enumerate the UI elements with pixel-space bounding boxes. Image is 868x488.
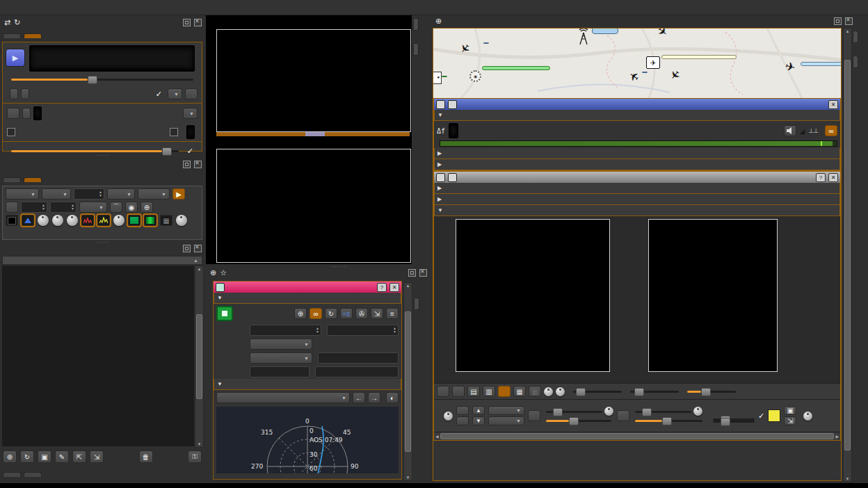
- preset-delete-icon[interactable]: 🗑: [139, 450, 153, 463]
- decimation-dropdown[interactable]: ▼: [183, 108, 198, 119]
- feature-add-icon[interactable]: ⊕: [210, 268, 216, 277]
- decay-knob[interactable]: [38, 215, 49, 226]
- scope-hsplit-icon[interactable]: ▤: [467, 386, 480, 397]
- time-dropdown[interactable]: ▼: [250, 339, 312, 350]
- spectrum-restore-icon[interactable]: [183, 161, 191, 168]
- fft-size-dropdown[interactable]: ▼: [42, 188, 71, 200]
- spectrum-vtab-r0[interactable]: [413, 18, 419, 31]
- feature-presets-icon[interactable]: ☆: [220, 268, 227, 277]
- fm-close-icon[interactable]: ✕: [828, 100, 838, 109]
- stroke-knob[interactable]: [52, 215, 63, 226]
- fm-s-badge[interactable]: [448, 100, 457, 109]
- satellite-tracker-titlebar[interactable]: ? ✕: [214, 282, 401, 293]
- trace-color-swatch[interactable]: [768, 409, 780, 422]
- analyzer-settings-section[interactable]: ▶: [434, 183, 840, 194]
- sample-rate-button[interactable]: [22, 108, 31, 119]
- preset-add-icon[interactable]: ⊕: [3, 450, 17, 463]
- waterfall-icon[interactable]: [128, 215, 140, 226]
- amp-auto-button[interactable]: [528, 410, 540, 421]
- grid-knob[interactable]: [176, 215, 187, 226]
- resize-grip[interactable]: ······: [90, 241, 115, 244]
- latitude-spinner[interactable]: ▲▼: [250, 325, 321, 336]
- features-vtab-f0[interactable]: [414, 298, 419, 310]
- target-dropdown[interactable]: ▼: [250, 352, 312, 364]
- ref-level-spinner[interactable]: ▲▼: [21, 202, 47, 213]
- icao-chip-cut[interactable]: [592, 29, 618, 34]
- sample-rate-dial[interactable]: [33, 106, 42, 120]
- trace-del-button[interactable]: [456, 416, 469, 425]
- tracker-satellite-icon[interactable]: ✇: [355, 308, 368, 319]
- device-restore-icon[interactable]: [183, 19, 191, 26]
- channels-close-icon[interactable]: [845, 17, 853, 25]
- icao-label-1[interactable]: [483, 42, 489, 44]
- frequency-scale-bar[interactable]: [216, 132, 410, 136]
- grid-icon[interactable]: ▦: [160, 215, 172, 226]
- offset-button[interactable]: [617, 410, 629, 421]
- ofs-exp-slider[interactable]: [635, 416, 702, 425]
- amp-knob[interactable]: [604, 407, 613, 416]
- waterfall-gradient-icon[interactable]: [144, 215, 156, 226]
- memory-knob[interactable]: [803, 412, 812, 421]
- range-spinner[interactable]: ▲▼: [50, 202, 77, 213]
- adsb-map[interactable]: ✈ ✈ ✈ ✈ ✈ ◉ ● ✈: [433, 29, 841, 98]
- channels-vtab-r1[interactable]: [853, 56, 858, 68]
- chart-type-dropdown[interactable]: ▼: [216, 392, 350, 403]
- channel-add-icon[interactable]: ⊕: [435, 17, 442, 26]
- tracker-update-tle-icon[interactable]: ⇲: [371, 308, 383, 319]
- presets-scrollbar[interactable]: ▲▼: [195, 266, 204, 448]
- scope-xy-button[interactable]: [498, 386, 511, 397]
- max-trace-icon[interactable]: [81, 215, 94, 226]
- preset-import-icon[interactable]: ⇲: [90, 450, 104, 463]
- current-trace-icon[interactable]: [97, 215, 110, 226]
- airport-icon[interactable]: ✈: [646, 56, 660, 69]
- fm-demod-titlebar[interactable]: ✕: [434, 99, 840, 110]
- fm-settings-section[interactable]: ▼: [434, 110, 840, 121]
- scope-load-icon[interactable]: ⇲: [784, 416, 796, 425]
- histogram-knob[interactable]: [67, 215, 78, 226]
- longitude-spinner[interactable]: ▲▼: [327, 325, 399, 336]
- scope-vsplit-icon[interactable]: ▥: [483, 386, 495, 397]
- device-tab-r1[interactable]: [24, 33, 42, 38]
- scope-save-icon[interactable]: ▣: [784, 406, 796, 415]
- features-restore-icon[interactable]: [408, 269, 416, 277]
- presets-close-icon[interactable]: [194, 245, 202, 252]
- dc-button[interactable]: [10, 88, 18, 99]
- scope-hscrollbar[interactable]: ◀ ▶: [434, 432, 840, 440]
- analyzer-help-icon[interactable]: ?: [816, 173, 826, 182]
- trace-knob[interactable]: [113, 215, 124, 226]
- antenna-tower-icon[interactable]: [578, 29, 589, 45]
- spectrum-tab-r1[interactable]: [24, 177, 42, 182]
- agc-checkbox[interactable]: ✓: [187, 147, 193, 156]
- features-scrollbar[interactable]: ▲▼: [403, 282, 412, 481]
- pass-chart-section[interactable]: ▼: [214, 379, 401, 390]
- autoscale-button[interactable]: [6, 202, 18, 213]
- spectrum-play-button[interactable]: ▶: [172, 188, 185, 200]
- icao-label-2[interactable]: [642, 72, 648, 73]
- center-frequency-dial[interactable]: [29, 45, 195, 72]
- next-pass-icon[interactable]: →: [368, 392, 380, 403]
- trace-select-knob[interactable]: [444, 412, 453, 421]
- analyzer-titlebar[interactable]: ? ✕: [434, 172, 840, 183]
- channels-scrollbar[interactable]: ▲▼: [843, 28, 852, 482]
- histogram-icon[interactable]: [22, 215, 34, 226]
- start-button[interactable]: ▶: [6, 49, 25, 67]
- tracker-stop-button[interactable]: [216, 306, 233, 321]
- averaging-spinner[interactable]: ▲▼: [74, 188, 104, 200]
- preset-export-icon[interactable]: ⇱: [72, 450, 86, 463]
- baseband-spectrum-section[interactable]: ▶: [434, 148, 840, 159]
- preset-edit-icon[interactable]: ✎: [55, 450, 69, 463]
- reload-device-icon[interactable]: ↻: [14, 18, 20, 27]
- tab-commands[interactable]: [24, 472, 42, 477]
- analyzer-close-icon[interactable]: ✕: [828, 173, 838, 182]
- channels-vtab-r0[interactable]: [853, 31, 858, 43]
- scope-grid-dark-icon[interactable]: ▦: [529, 386, 541, 397]
- amp-slider[interactable]: [546, 407, 602, 416]
- audio-stereo-icon[interactable]: ⊥⊥: [808, 127, 818, 134]
- spectrum-plot[interactable]: [216, 29, 411, 132]
- black-display-icon[interactable]: [6, 215, 18, 226]
- tracker-close-icon[interactable]: ✕: [389, 283, 399, 292]
- curve-icon[interactable]: ⌒: [110, 202, 122, 213]
- local-osc-button[interactable]: [7, 108, 19, 119]
- fft-window-dropdown[interactable]: ▼: [6, 188, 39, 200]
- analyzer-scope-section[interactable]: ▼: [434, 205, 840, 216]
